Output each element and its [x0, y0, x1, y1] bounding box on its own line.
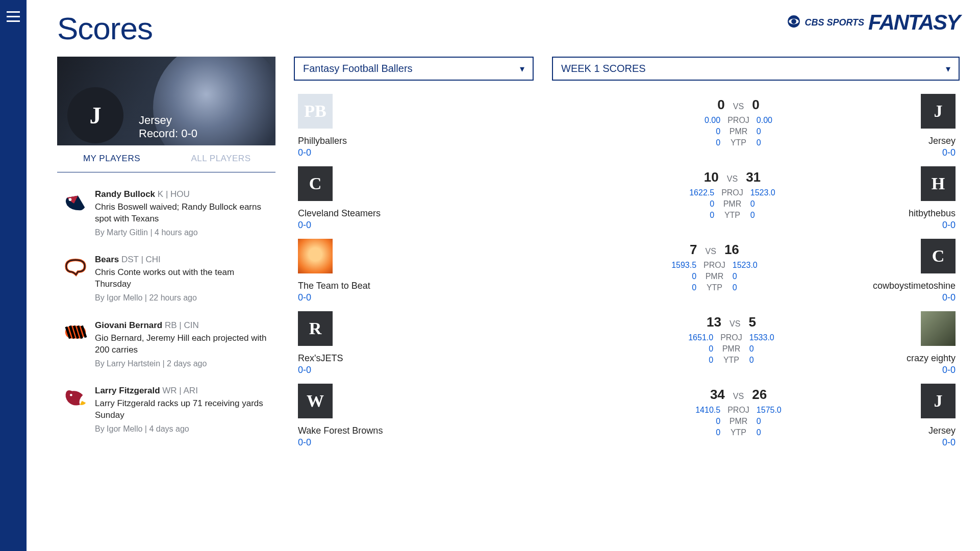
- news-list: Randy Bullock K | HOUChris Boswell waive…: [57, 172, 275, 444]
- matchup-team-b: JJersey0-0: [921, 384, 956, 448]
- matchup-team-a: WWake Forest Browns0-0: [298, 384, 383, 448]
- player-name: Bears: [95, 255, 119, 264]
- matchup-team-a: CCleveland Steamers0-0: [298, 166, 381, 231]
- team-logo-icon: [63, 320, 88, 344]
- score-b: 16: [724, 242, 739, 258]
- matchup-row[interactable]: RRex'sJETS0-0: [294, 305, 534, 378]
- news-headline: Chris Boswell waived; Randy Bullock earn…: [95, 202, 269, 225]
- team-b-record: 0-0: [942, 147, 956, 158]
- vs-label: VS: [727, 174, 738, 184]
- team-b-name: hitbythebus: [909, 208, 956, 219]
- team-avatar-b: J: [921, 384, 956, 418]
- score-a: 13: [707, 314, 721, 330]
- news-byline: By Marty Gitlin | 4 hours ago: [95, 227, 269, 238]
- player-position: K | HOU: [158, 189, 190, 199]
- team-hero[interactable]: J Jersey Record: 0-0: [57, 57, 275, 145]
- matchup-team-b: JJersey0-0: [921, 94, 956, 158]
- team-b-name: Jersey: [928, 425, 956, 436]
- score-a: 34: [710, 387, 725, 403]
- vs-label: VS: [733, 102, 744, 111]
- news-byline: By Larry Hartstein | 2 days ago: [95, 358, 269, 369]
- matchup-stats: 10VS311622.5PROJ1523.00PMR00YTP0: [556, 166, 909, 220]
- matchup-stats: 7VS161593.5PROJ1523.00PMR00YTP0: [556, 239, 873, 292]
- league-dropdown[interactable]: Fantasy Football Ballers ▾: [294, 57, 534, 81]
- team-a-record: 0-0: [298, 147, 311, 158]
- matchup-row-right[interactable]: 0VS00.00PROJ0.000PMR00YTP0JJersey0-0: [552, 88, 960, 160]
- svg-point-5: [70, 394, 72, 396]
- news-item[interactable]: Giovani Bernard RB | CINGio Bernard, Jer…: [57, 313, 275, 378]
- player-position: DST | CHI: [121, 255, 161, 264]
- vs-label: VS: [733, 392, 744, 401]
- team-b-record: 0-0: [942, 437, 956, 448]
- team-avatar-a: C: [298, 166, 333, 201]
- news-item[interactable]: Bears DST | CHIChris Conte works out wit…: [57, 247, 275, 312]
- team-a-record: 0-0: [298, 220, 311, 231]
- team-avatar-a: R: [298, 311, 333, 346]
- matchup-team-a: The Team to Beat0-0: [298, 239, 370, 303]
- team-avatar-a: W: [298, 384, 333, 418]
- player-position: WR | ARI: [162, 386, 198, 395]
- matchup-team-b: Hhitbythebus0-0: [909, 166, 956, 231]
- chevron-down-icon: ▾: [520, 63, 524, 74]
- team-a-name: Cleveland Steamers: [298, 208, 381, 219]
- matchup-row-right[interactable]: 10VS311622.5PROJ1523.00PMR00YTP0Hhitbyth…: [552, 160, 960, 233]
- week-dropdown[interactable]: WEEK 1 SCORES ▾: [552, 57, 960, 81]
- team-b-record: 0-0: [942, 292, 956, 303]
- team-name: Jersey: [139, 114, 197, 127]
- matchup-stats: 0VS00.00PROJ0.000PMR00YTP0: [556, 94, 921, 147]
- news-headline: Gio Bernard, Jeremy Hill each projected …: [95, 333, 269, 356]
- player-tabs: MY PLAYERS ALL PLAYERS: [57, 145, 275, 172]
- matchup-row-right[interactable]: 7VS161593.5PROJ1523.00PMR00YTP0Ccowboyst…: [552, 233, 960, 305]
- score-b: 0: [752, 97, 759, 113]
- team-avatar-b: [921, 311, 956, 346]
- team-b-name: cowboystimetoshine: [873, 281, 956, 291]
- team-b-record: 0-0: [942, 365, 956, 375]
- matchup-team-b: Ccowboystimetoshine0-0: [873, 239, 956, 303]
- svg-point-3: [69, 198, 72, 201]
- vs-label: VS: [706, 247, 716, 256]
- team-b-name: crazy eighty: [907, 353, 956, 364]
- matchup-stats: 34VS261410.5PROJ1575.00PMR00YTP0: [556, 384, 921, 437]
- score-a: 7: [690, 242, 697, 258]
- team-a-name: Phillyballers: [298, 136, 347, 146]
- team-avatar-b: H: [921, 166, 956, 201]
- news-item[interactable]: Larry Fitzgerald WR | ARILarry Fitzgeral…: [57, 378, 275, 443]
- matchup-team-b: crazy eighty0-0: [907, 311, 956, 375]
- team-logo-icon: [63, 189, 88, 213]
- matchup-team-a: RRex'sJETS0-0: [298, 311, 343, 375]
- matchup-row-right[interactable]: 13VS51651.0PROJ1533.00PMR00YTP0crazy eig…: [552, 305, 960, 378]
- hamburger-icon[interactable]: [7, 11, 20, 551]
- team-hero-text: Jersey Record: 0-0: [139, 114, 197, 140]
- matchup-row[interactable]: WWake Forest Browns0-0: [294, 378, 534, 450]
- team-b-record: 0-0: [942, 220, 956, 231]
- matchup-row[interactable]: PBPhillyballers0-0: [294, 88, 534, 160]
- chevron-down-icon: ▾: [946, 63, 950, 74]
- team-a-name: Wake Forest Browns: [298, 425, 383, 436]
- tab-all-players[interactable]: ALL PLAYERS: [166, 145, 275, 172]
- score-a: 10: [704, 169, 719, 185]
- svg-point-2: [792, 19, 797, 24]
- news-headline: Larry Fitzgerald racks up 71 receiving y…: [95, 398, 269, 421]
- team-a-name: The Team to Beat: [298, 281, 370, 291]
- header: Scores CBS SPORTS FANTASY: [57, 10, 960, 46]
- player-position: RB | CIN: [165, 320, 199, 330]
- player-name: Randy Bullock: [95, 189, 155, 199]
- team-a-record: 0-0: [298, 437, 311, 448]
- matchup-row[interactable]: CCleveland Steamers0-0: [294, 160, 534, 233]
- news-headline: Chris Conte works out with the team Thur…: [95, 267, 269, 290]
- week-label: WEEK 1 SCORES: [561, 63, 646, 74]
- team-a-record: 0-0: [298, 292, 311, 303]
- news-item[interactable]: Randy Bullock K | HOUChris Boswell waive…: [57, 182, 275, 247]
- news-byline: By Igor Mello | 22 hours ago: [95, 292, 269, 304]
- team-a-record: 0-0: [298, 365, 311, 375]
- vs-label: VS: [730, 319, 740, 329]
- tab-my-players[interactable]: MY PLAYERS: [57, 145, 166, 172]
- matchup-team-a: PBPhillyballers0-0: [298, 94, 347, 158]
- team-logo-icon: [63, 254, 88, 279]
- fantasy-logo-text: FANTASY: [868, 10, 960, 35]
- brand-logo: CBS SPORTS FANTASY: [787, 10, 960, 35]
- team-b-name: Jersey: [928, 136, 956, 146]
- matchup-row[interactable]: The Team to Beat0-0: [294, 233, 534, 305]
- matchup-row-right[interactable]: 34VS261410.5PROJ1575.00PMR00YTP0JJersey0…: [552, 378, 960, 450]
- matchup-stats: 13VS51651.0PROJ1533.00PMR00YTP0: [556, 311, 907, 365]
